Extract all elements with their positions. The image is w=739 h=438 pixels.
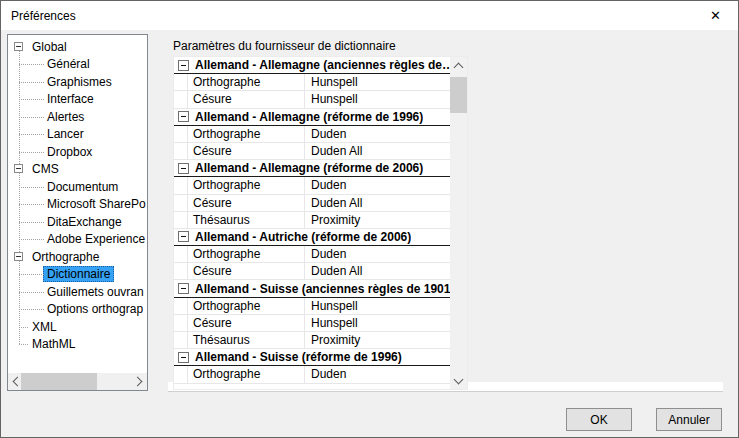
tree-item-cms[interactable]: CMS [8,161,147,179]
window-title: Préférences [1,9,76,23]
row-indent [174,246,188,262]
setting-row-orthographe[interactable]: OrthographeDuden [174,177,450,194]
setting-value[interactable]: Duden [305,178,450,192]
tree-item-xml[interactable]: XML [8,318,147,336]
setting-value[interactable]: Hunspell [305,92,450,106]
tree-item-label: Adobe Experience [43,231,147,247]
tree-item-interface[interactable]: Interface [8,91,147,109]
tree-item-graphismes[interactable]: Graphismes [8,73,147,91]
setting-value[interactable]: Duden [305,367,450,381]
ok-button[interactable]: OK [566,408,632,431]
row-indent [174,195,188,211]
minus-box-icon[interactable] [14,42,23,51]
setting-value[interactable]: Duden All [305,144,450,158]
setting-row-c-sure[interactable]: CésureDuden All [174,263,450,280]
setting-row-th-saurus[interactable]: ThésaurusProximity [174,212,450,229]
chevron-down-icon [454,375,464,385]
minus-box-icon[interactable] [178,283,189,294]
tree-item-dropbox[interactable]: Dropbox [8,143,147,161]
group-header-allemand-allemagne-r-forme-de-2006[interactable]: Allemand - Allemagne (réforme de 2006) [174,160,450,177]
setting-row-orthographe[interactable]: OrthographeHunspell [174,298,450,315]
minus-box-icon[interactable] [14,164,23,173]
tree-item-label: Options orthograp [43,301,147,317]
setting-value[interactable]: Duden All [305,264,450,278]
group-header-allemand-allemagne-r-forme-de-1996[interactable]: Allemand - Allemagne (réforme de 1996) [174,109,450,126]
setting-name: Césure [188,195,305,211]
setting-value[interactable]: Duden [305,247,450,261]
tree-item-label: Microsoft SharePo [43,196,147,212]
setting-row-orthographe[interactable]: OrthographeDuden [174,246,450,263]
minus-box-icon[interactable] [178,163,189,174]
setting-row-c-sure[interactable]: CésureHunspell [174,315,450,332]
tree-item-label: CMS [28,161,63,177]
row-indent [174,366,188,382]
row-indent [174,91,188,107]
tree-item-ditaexchange[interactable]: DitaExchange [8,213,147,231]
tree-item-documentum[interactable]: Documentum [8,178,147,196]
scroll-right-button[interactable] [130,373,147,390]
setting-value[interactable]: Proximity [305,213,450,227]
setting-value[interactable]: Duden [305,127,450,141]
setting-row-c-sure[interactable]: CésureDuden All [174,195,450,212]
group-title: Allemand - Suisse (anciennes règles de 1… [195,282,450,296]
setting-row-c-sure[interactable]: CésureDuden All [174,143,450,160]
tree-item-label: Lancer [43,126,88,142]
setting-row-orthographe[interactable]: OrthographeHunspell [174,74,450,91]
setting-row-orthographe[interactable]: OrthographeDuden [174,126,450,143]
scrollbar-thumb[interactable] [450,77,467,113]
tree-item-label: Dropbox [43,144,96,160]
tree-item-microsoft-sharepo[interactable]: Microsoft SharePo [8,196,147,214]
setting-value[interactable]: Proximity [305,333,450,347]
preferences-tree: GlobalGénéralGraphismesInterfaceAlertesL… [7,34,148,391]
minus-box-icon[interactable] [178,231,189,242]
tree-item-label: Graphismes [43,74,116,90]
group-title: Allemand - Allemagne (réforme de 1996) [195,110,423,124]
row-indent [174,143,188,159]
minus-box-icon[interactable] [178,111,189,122]
tree-item-label: Guillemets ouvran [43,284,147,300]
tree-horizontal-scrollbar[interactable] [8,373,147,390]
tree-item-label: Global [28,39,71,55]
close-button[interactable]: ✕ [693,1,738,30]
minus-box-icon[interactable] [178,60,189,71]
minus-box-icon[interactable] [14,252,23,261]
scroll-down-button[interactable] [450,372,467,389]
chevron-right-icon [133,377,143,387]
tree-item-mathml[interactable]: MathML [8,336,147,354]
setting-row-th-saurus[interactable]: ThésaurusProximity [174,332,450,349]
setting-name: Orthographe [188,74,305,90]
cancel-button[interactable]: Annuler [656,408,722,431]
setting-name: Orthographe [188,366,305,382]
setting-name: Orthographe [188,246,305,262]
group-header-allemand-allemagne-anciennes-r-gles-de[interactable]: Allemand - Allemagne (anciennes règles d… [174,57,450,74]
tree-item-dictionnaire[interactable]: Dictionnaire [8,266,147,284]
group-header-allemand-autriche-r-forme-de-2006[interactable]: Allemand - Autriche (réforme de 2006) [174,229,450,246]
scroll-up-button[interactable] [450,57,467,74]
group-title: Allemand - Allemagne (réforme de 2006) [195,161,423,175]
setting-row-c-sure[interactable]: CésureHunspell [174,91,450,108]
row-indent [174,263,188,279]
tree-item-adobe-experience[interactable]: Adobe Experience [8,231,147,249]
tree-item-lancer[interactable]: Lancer [8,126,147,144]
tree-item-guillemets-ouvran[interactable]: Guillemets ouvran [8,283,147,301]
group-header-allemand-suisse-r-forme-de-1996[interactable]: Allemand - Suisse (réforme de 1996) [174,349,450,366]
tree-item-options-orthograp[interactable]: Options orthograp [8,301,147,319]
close-icon: ✕ [710,8,721,23]
list-vertical-scrollbar[interactable] [450,57,467,389]
group-header-allemand-suisse-anciennes-r-gles-de-1901[interactable]: Allemand - Suisse (anciennes règles de 1… [174,280,450,297]
tree-item-g-n-ral[interactable]: Général [8,56,147,74]
setting-value[interactable]: Hunspell [305,75,450,89]
list-rows: Allemand - Allemagne (anciennes règles d… [174,57,450,384]
title-bar: Préférences [1,1,738,30]
row-indent [174,212,188,228]
tree-item-label: DitaExchange [43,214,126,230]
minus-box-icon[interactable] [178,352,189,363]
setting-value[interactable]: Hunspell [305,299,450,313]
setting-value[interactable]: Hunspell [305,316,450,330]
tree-item-global[interactable]: Global [8,38,147,56]
setting-row-orthographe[interactable]: OrthographeDuden [174,366,450,383]
setting-value[interactable]: Duden All [305,196,450,210]
tree-item-orthographe[interactable]: Orthographe [8,248,147,266]
tree-item-alertes[interactable]: Alertes [8,108,147,126]
scrollbar-thumb[interactable] [21,373,97,390]
